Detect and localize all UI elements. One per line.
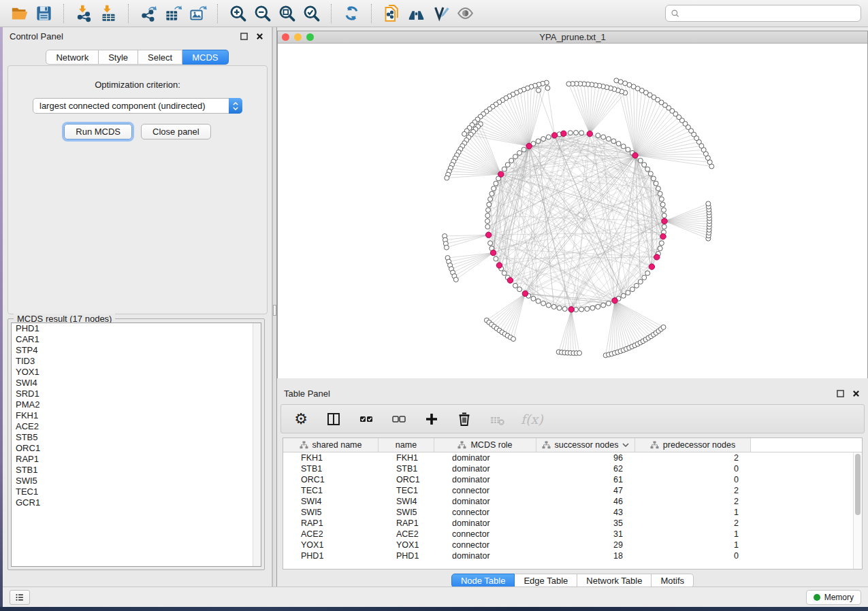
show-hide-graphics-button[interactable] xyxy=(453,2,477,25)
graph-node[interactable] xyxy=(568,131,573,135)
memory-button[interactable]: Memory xyxy=(806,590,861,605)
table-cell[interactable]: SWI5 xyxy=(379,507,434,518)
graph-node[interactable] xyxy=(621,293,626,298)
graph-node[interactable] xyxy=(614,78,619,83)
graph-node[interactable] xyxy=(590,306,595,310)
graph-node[interactable] xyxy=(462,131,467,136)
table-cell[interactable]: ACE2 xyxy=(283,529,379,540)
table-cell[interactable]: connector xyxy=(434,540,536,550)
table-cell[interactable]: RAP1 xyxy=(283,518,379,529)
table-cell[interactable]: 2 xyxy=(635,496,751,507)
graph-node[interactable] xyxy=(626,147,630,152)
graph-node[interactable] xyxy=(606,301,611,306)
graph-node[interactable] xyxy=(551,304,556,309)
graph-hub-node[interactable] xyxy=(526,144,532,149)
table-cell[interactable]: 0 xyxy=(635,474,751,485)
graph-node[interactable] xyxy=(621,144,626,149)
table-cell[interactable]: 61 xyxy=(536,474,635,485)
graph-node[interactable] xyxy=(638,280,643,284)
graph-node[interactable] xyxy=(536,299,541,303)
graph-node[interactable] xyxy=(488,197,493,201)
table-row[interactable]: STB1STB1dominator620 xyxy=(283,463,862,474)
graph-node[interactable] xyxy=(502,271,507,276)
select-all-button[interactable] xyxy=(357,409,375,429)
table-row[interactable]: PHD1PHD1dominator180 xyxy=(283,550,862,561)
graph-node[interactable] xyxy=(648,171,653,176)
optimization-criterion-select[interactable]: largest connected component (undirected) xyxy=(33,98,242,114)
graph-hub-node[interactable] xyxy=(551,133,557,138)
table-cell[interactable]: SWI4 xyxy=(379,496,434,507)
graph-node[interactable] xyxy=(505,163,510,167)
graph-node[interactable] xyxy=(601,135,606,139)
table-cell[interactable]: ORC1 xyxy=(379,474,434,485)
table-row[interactable]: SWI5SWI5connector431 xyxy=(283,507,862,518)
gear-button[interactable]: ⚙ xyxy=(292,409,310,429)
graph-node[interactable] xyxy=(661,325,666,329)
tab-motifs[interactable]: Motifs xyxy=(652,574,694,588)
column-header-successor-nodes[interactable]: successor nodes xyxy=(536,438,635,452)
table-cell[interactable]: FKH1 xyxy=(283,452,379,463)
graphics-details-button[interactable] xyxy=(428,2,453,25)
table-cell[interactable]: 2 xyxy=(635,485,751,496)
graph-node[interactable] xyxy=(494,181,498,186)
export-network-button[interactable] xyxy=(136,2,161,25)
table-cell[interactable]: 47 xyxy=(536,485,635,496)
mcds-result-list[interactable]: PHD1CAR1STP4TID3YOX1SWI4SRD1PMA2FKH1ACE2… xyxy=(11,323,261,567)
graph-hub-node[interactable] xyxy=(496,263,502,268)
graph-hub-node[interactable] xyxy=(507,278,513,283)
graph-node[interactable] xyxy=(660,202,665,207)
export-image-button[interactable] xyxy=(185,2,210,25)
table-row[interactable]: ORC1ORC1dominator610 xyxy=(283,474,862,485)
table-cell[interactable]: 1 xyxy=(635,529,751,540)
graph-node[interactable] xyxy=(485,213,490,218)
graph-node[interactable] xyxy=(654,181,658,186)
graph-node[interactable] xyxy=(488,241,493,246)
graph-node[interactable] xyxy=(706,201,711,206)
table-close-panel-button[interactable] xyxy=(850,389,861,399)
graph-node[interactable] xyxy=(656,186,660,191)
zoom-selected-button[interactable] xyxy=(299,2,323,25)
table-scrollbar-thumb[interactable] xyxy=(855,454,861,515)
graph-node[interactable] xyxy=(444,245,449,250)
table-cell[interactable]: connector xyxy=(434,485,536,496)
graph-node[interactable] xyxy=(536,88,541,93)
table-cell[interactable]: STB1 xyxy=(379,463,434,474)
table-scrollbar[interactable] xyxy=(853,452,862,569)
network-canvas[interactable] xyxy=(278,44,867,378)
graph-node[interactable] xyxy=(606,137,611,142)
table-cell[interactable]: 1 xyxy=(635,540,751,550)
table-cell[interactable]: 31 xyxy=(536,529,635,540)
graph-node[interactable] xyxy=(585,307,590,312)
zoom-fit-button[interactable] xyxy=(274,2,299,25)
graph-hub-node[interactable] xyxy=(485,232,491,237)
table-row[interactable]: SWI4SWI4dominator462 xyxy=(283,496,862,507)
graph-node[interactable] xyxy=(601,303,606,308)
graph-node[interactable] xyxy=(531,296,536,301)
graph-node[interactable] xyxy=(513,283,518,288)
graph-node[interactable] xyxy=(618,80,623,84)
table-cell[interactable]: STB1 xyxy=(283,463,379,474)
column-header-MCDS-role[interactable]: MCDS role xyxy=(434,438,536,452)
table-cell[interactable]: dominator xyxy=(434,463,536,474)
graph-hub-node[interactable] xyxy=(568,307,574,312)
graph-node[interactable] xyxy=(662,225,666,229)
graph-node[interactable] xyxy=(509,159,514,163)
graph-node[interactable] xyxy=(517,287,522,292)
graph-node[interactable] xyxy=(651,176,656,181)
graph-hub-node[interactable] xyxy=(498,171,504,177)
table-cell[interactable]: 2 xyxy=(635,518,751,529)
graph-node[interactable] xyxy=(502,167,507,171)
graph-node[interactable] xyxy=(596,133,600,138)
graph-node[interactable] xyxy=(557,306,562,310)
table-cell[interactable]: 1 xyxy=(635,507,751,518)
table-cell[interactable]: 0 xyxy=(635,463,751,474)
table-cell[interactable]: dominator xyxy=(434,474,536,485)
graph-node[interactable] xyxy=(453,277,458,282)
apply-preferred-layout-button[interactable] xyxy=(339,2,364,25)
save-session-button[interactable] xyxy=(31,2,56,25)
columns-button[interactable] xyxy=(325,409,342,429)
table-cell[interactable]: SWI4 xyxy=(283,496,379,507)
search-box[interactable] xyxy=(665,5,861,22)
graph-node[interactable] xyxy=(492,186,496,191)
graph-hub-node[interactable] xyxy=(632,152,638,158)
